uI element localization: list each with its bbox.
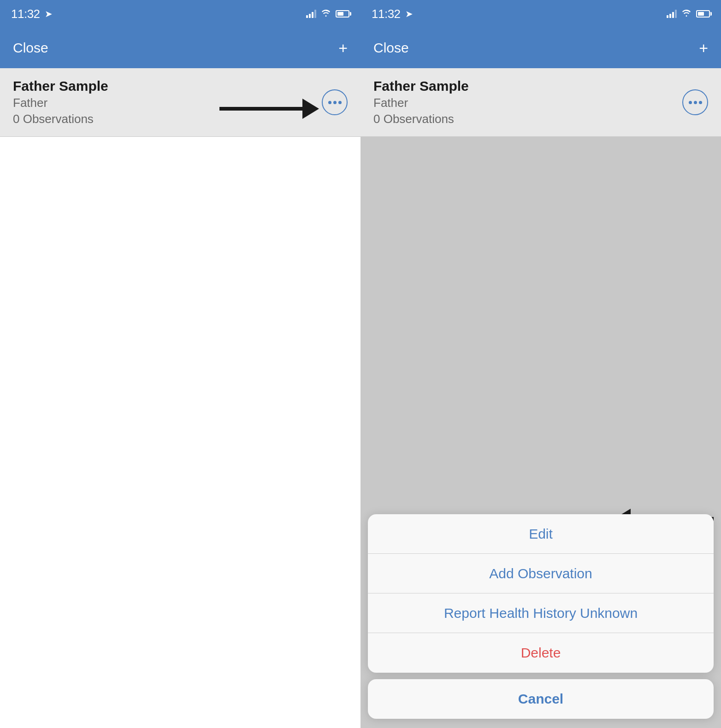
left-more-dots-icon: [328, 101, 342, 104]
left-status-icons: [306, 9, 349, 19]
arrow-head: [302, 99, 319, 119]
left-person-observations: 0 Observations: [13, 112, 108, 126]
left-person-role: Father: [13, 96, 108, 110]
left-panel: 11:32 ➤ Close + Father S: [0, 0, 360, 728]
right-more-button[interactable]: [682, 89, 708, 115]
left-time: 11:32: [11, 7, 40, 21]
action-add-observation-button[interactable]: Add Observation: [368, 554, 714, 593]
right-person-role: Father: [373, 96, 469, 110]
action-cancel-group: Cancel: [368, 679, 714, 719]
right-signal-icon: [667, 10, 677, 18]
right-wifi-icon: [681, 9, 691, 19]
action-sheet: Edit Add Observation Report Health Histo…: [360, 514, 721, 728]
left-nav-bar: Close +: [0, 28, 360, 68]
right-status-icons: [667, 9, 710, 19]
left-status-bar: 11:32 ➤: [0, 0, 360, 28]
right-battery-icon: [696, 10, 710, 18]
right-location-icon: ➤: [405, 8, 413, 19]
right-panel: 11:32 ➤ Close + Father S: [360, 0, 721, 728]
left-arrow-indicator: [219, 99, 319, 119]
right-person-name: Father Sample: [373, 78, 469, 94]
left-add-button[interactable]: +: [338, 40, 348, 56]
right-close-button[interactable]: Close: [373, 40, 409, 56]
action-sheet-group: Edit Add Observation Report Health Histo…: [368, 514, 714, 673]
right-time: 11:32: [372, 7, 401, 21]
right-person-observations: 0 Observations: [373, 112, 469, 126]
right-nav-bar: Close +: [360, 28, 721, 68]
right-person-info: Father Sample Father 0 Observations: [373, 78, 469, 126]
action-delete-button[interactable]: Delete: [368, 633, 714, 673]
left-person-name: Father Sample: [13, 78, 108, 94]
action-cancel-button[interactable]: Cancel: [368, 679, 714, 719]
right-status-bar: 11:32 ➤: [360, 0, 721, 28]
left-signal-icon: [306, 10, 316, 18]
left-close-button[interactable]: Close: [13, 40, 48, 56]
left-battery-icon: [336, 10, 349, 18]
right-status-time-area: 11:32 ➤: [372, 7, 413, 21]
arrow-shaft: [219, 107, 302, 111]
action-edit-button[interactable]: Edit: [368, 514, 714, 554]
right-person-card[interactable]: Father Sample Father 0 Observations: [360, 68, 721, 137]
right-more-dots-icon: [689, 101, 702, 104]
left-location-icon: ➤: [45, 8, 53, 19]
right-add-button[interactable]: +: [699, 40, 708, 56]
left-status-time-area: 11:32 ➤: [11, 7, 53, 21]
left-wifi-icon: [321, 9, 331, 19]
left-content-area: [0, 137, 360, 728]
action-report-health-button[interactable]: Report Health History Unknown: [368, 593, 714, 633]
left-person-info: Father Sample Father 0 Observations: [13, 78, 108, 126]
left-more-button[interactable]: [322, 89, 348, 115]
